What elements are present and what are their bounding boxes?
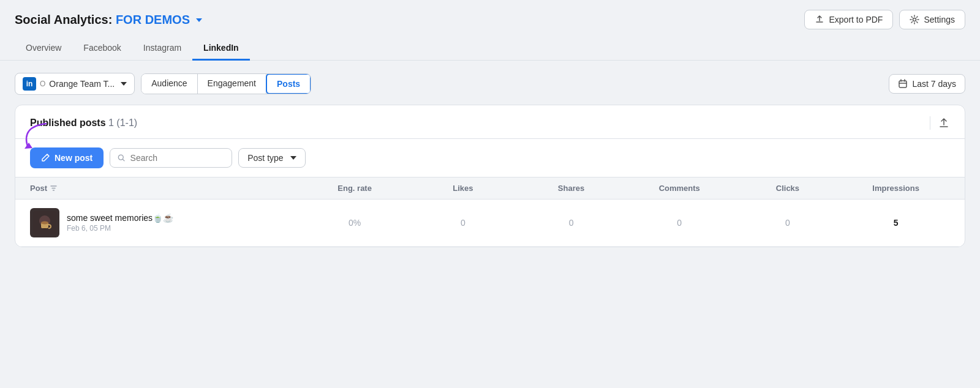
top-bar-actions: Export to PDF Settings [804, 10, 965, 29]
post-count: 1 (1-1) [108, 118, 137, 128]
published-posts-card: Published posts 1 (1-1) New post [15, 105, 965, 247]
account-selector[interactable]: in O Orange Team T... [15, 73, 135, 95]
col-post: Post [30, 184, 301, 193]
toolbar-row: in O Orange Team T... Audience Engagemen… [15, 73, 965, 95]
cell-comments: 0 [625, 218, 734, 228]
tab-posts[interactable]: Posts [266, 73, 311, 94]
card-title: Published posts 1 (1-1) [30, 118, 137, 129]
page-title: Social Analytics: FOR DEMOS [15, 13, 202, 27]
account-name: Orange Team T... [49, 79, 115, 89]
divider [930, 116, 931, 130]
card-header: Published posts 1 (1-1) [15, 105, 965, 139]
cell-impressions: 5 [842, 218, 950, 228]
cell-likes: 0 [409, 218, 517, 228]
tab-facebook[interactable]: Facebook [72, 37, 132, 61]
svg-point-8 [41, 221, 48, 224]
search-icon [118, 154, 125, 162]
cell-clicks: 0 [734, 218, 842, 228]
post-date: Feb 6, 05 PM [67, 224, 173, 233]
filter-icon[interactable] [50, 184, 58, 192]
view-tab-group: Audience Engagement Posts [141, 73, 311, 94]
export-icon[interactable] [938, 117, 950, 129]
svg-rect-1 [899, 81, 907, 88]
tab-instagram[interactable]: Instagram [132, 37, 192, 61]
tab-audience[interactable]: Audience [141, 74, 197, 94]
svg-point-0 [913, 18, 916, 21]
card-header-right [930, 116, 951, 130]
post-type-label: Post type [247, 153, 283, 163]
post-type-chevron-icon [290, 156, 296, 160]
cell-shares: 0 [517, 218, 625, 228]
title-brand: FOR DEMOS [116, 13, 190, 26]
gear-icon [910, 15, 919, 24]
post-thumbnail [30, 208, 59, 237]
date-range-button[interactable]: Last 7 days [889, 74, 965, 94]
top-bar: Social Analytics: FOR DEMOS Export to PD… [0, 0, 980, 37]
calendar-icon [898, 79, 908, 89]
search-input-wrap[interactable] [110, 148, 232, 168]
linkedin-badge: in [23, 77, 36, 91]
content-area: in O Orange Team T... Audience Engagemen… [0, 61, 980, 259]
col-comments: Comments [625, 184, 734, 193]
edit-icon [41, 153, 50, 162]
col-shares: Shares [517, 184, 625, 193]
account-chevron-icon [121, 82, 127, 86]
export-label: Export to PDF [829, 15, 883, 24]
col-eng-rate: Eng. rate [301, 184, 409, 193]
col-likes: Likes [409, 184, 517, 193]
post-type-dropdown[interactable]: Post type [238, 148, 305, 168]
title-chevron-icon[interactable] [196, 18, 202, 22]
title-prefix: Social Analytics: [15, 13, 112, 26]
table-header: Post Eng. rate Likes Shares Comments Cli… [15, 177, 965, 200]
settings-button[interactable]: Settings [899, 10, 965, 29]
tab-engagement[interactable]: Engagement [198, 74, 266, 94]
table-row: some sweet memories🍵☕ Feb 6, 05 PM 0% 0 … [15, 200, 965, 247]
search-input[interactable] [130, 153, 225, 163]
upload-icon [815, 15, 824, 24]
col-impressions: Impressions [842, 184, 950, 193]
post-controls: New post Post type [15, 139, 965, 177]
post-title: some sweet memories🍵☕ [67, 213, 173, 223]
col-clicks: Clicks [734, 184, 842, 193]
post-cell: some sweet memories🍵☕ Feb 6, 05 PM [30, 208, 301, 237]
export-pdf-button[interactable]: Export to PDF [804, 10, 893, 29]
tab-linkedin[interactable]: LinkedIn [192, 37, 250, 61]
svg-marker-2 [24, 143, 32, 149]
nav-tabs: Overview Facebook Instagram LinkedIn [0, 37, 980, 61]
date-range-label: Last 7 days [912, 79, 956, 89]
cell-eng-rate: 0% [301, 218, 409, 228]
settings-label: Settings [924, 15, 955, 24]
new-post-label: New post [55, 153, 92, 163]
post-info: some sweet memories🍵☕ Feb 6, 05 PM [67, 213, 173, 233]
tab-overview[interactable]: Overview [15, 37, 72, 61]
new-post-button[interactable]: New post [30, 147, 104, 168]
